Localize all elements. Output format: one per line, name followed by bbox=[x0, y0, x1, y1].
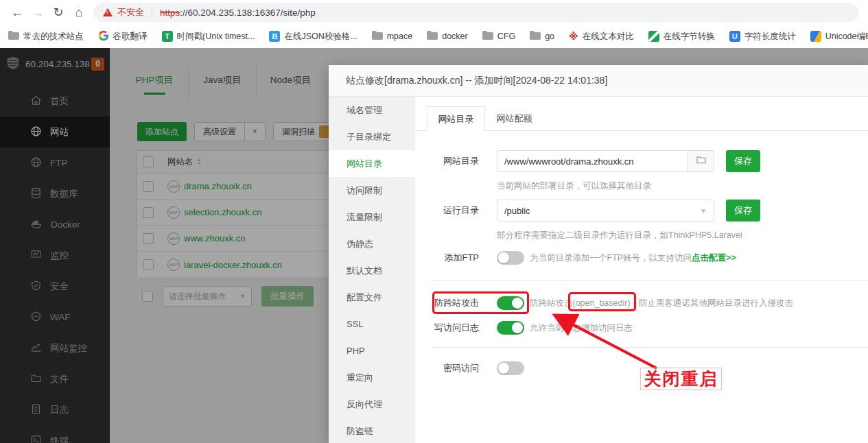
bookmark-json-validator[interactable]: B在线JSON校验格... bbox=[269, 31, 357, 43]
google-icon bbox=[98, 30, 109, 43]
save-site-dir-button[interactable]: 保存 bbox=[726, 150, 760, 172]
menu-item-traffic-limit[interactable]: 流量限制 bbox=[329, 204, 415, 230]
menu-item-rewrite[interactable]: 伪静态 bbox=[329, 230, 415, 257]
divider bbox=[432, 347, 868, 348]
chevron-down-icon: ▼ bbox=[700, 207, 707, 215]
site-dir-help: 当前网站的部署目录，可以选择其他目录 bbox=[497, 180, 868, 192]
bookmarks-bar: 常去的技术站点 谷歌翻译 T时间戳(Unix timest... B在线JSON… bbox=[0, 25, 868, 48]
access-log-toggle[interactable] bbox=[497, 321, 524, 335]
forward-icon[interactable]: → bbox=[27, 5, 48, 20]
bookmark-unicode-convert[interactable]: Unicode编码转换 bbox=[810, 31, 868, 43]
bookmark-google-translate[interactable]: 谷歌翻译 bbox=[98, 30, 148, 43]
url-text: https://60.204.235.138:16367/site/php bbox=[160, 8, 316, 18]
bookmark-go[interactable]: go bbox=[530, 31, 554, 42]
timestamp-icon: T bbox=[162, 31, 173, 42]
bookmark-cfg[interactable]: CFG bbox=[482, 31, 515, 42]
tab-site-quota[interactable]: 网站配额 bbox=[485, 106, 543, 130]
access-log-row: 写访问日志 允许当前日志增加访问日志 bbox=[432, 319, 868, 337]
address-separator bbox=[152, 7, 152, 18]
bookmark-timestamp[interactable]: T时间戳(Unix timest... bbox=[162, 31, 255, 43]
cross-site-row: 防跨站攻击 防跨站攻击(open_basedir)，防止黑客通诺其他网站目录进行… bbox=[432, 293, 868, 313]
run-dir-select[interactable]: /public ▼ bbox=[497, 200, 714, 222]
menu-item-access-limit[interactable]: 访问限制 bbox=[329, 177, 415, 204]
add-ftp-help: 为当前目录添加一个FTP账号，以支持访问点击配置>> bbox=[530, 252, 736, 264]
browser-chrome: ← → ↻ ⌂ 不安全 https://60.204.235.138:16367… bbox=[0, 0, 868, 48]
annotation-text: 关闭重启 bbox=[640, 368, 722, 390]
site-dir-input-group bbox=[497, 150, 714, 172]
menu-item-config-file[interactable]: 配置文件 bbox=[329, 284, 415, 311]
divider bbox=[432, 280, 868, 281]
unicode-icon bbox=[810, 31, 821, 42]
access-log-help: 允许当前日志增加访问日志 bbox=[530, 322, 633, 334]
folder-icon bbox=[482, 31, 493, 42]
password-toggle[interactable] bbox=[497, 361, 524, 375]
add-ftp-label: 添加FTP bbox=[432, 252, 479, 264]
page: 60.204.235.138 0 首页 网站 FTP 数据库 Docker 监控… bbox=[0, 48, 868, 443]
menu-item-domain[interactable]: 域名管理 bbox=[329, 97, 415, 123]
bookmark-text-compare[interactable]: ※在线文本对比 bbox=[569, 31, 634, 43]
security-warning-label: 不安全 bbox=[117, 6, 144, 19]
bookmark-mpace[interactable]: mpace bbox=[372, 31, 413, 42]
security-warning-icon bbox=[103, 8, 113, 16]
run-dir-help: 部分程序需要指定二级目录作为运行目录，如ThinkPHP5,Laravel bbox=[497, 230, 868, 241]
browser-toolbar: ← → ↻ ⌂ 不安全 https://60.204.235.138:16367… bbox=[0, 0, 868, 25]
access-log-label: 写访问日志 bbox=[432, 322, 479, 334]
site-dir-row: 网站目录 保存 bbox=[432, 150, 868, 172]
home-icon[interactable]: ⌂ bbox=[69, 5, 89, 20]
menu-item-reverse-proxy[interactable]: 反向代理 bbox=[329, 391, 415, 418]
wrench-icon bbox=[648, 31, 659, 42]
reload-icon[interactable]: ↻ bbox=[48, 5, 69, 20]
folder-icon bbox=[696, 154, 707, 168]
cross-site-help: 防跨站攻击(open_basedir)，防止黑客通诺其他网站目录进行入侵攻击 bbox=[530, 298, 793, 309]
bookmark-byte-convert[interactable]: 在线字节转换 bbox=[648, 31, 715, 43]
browse-folder-button[interactable] bbox=[688, 151, 714, 171]
bookmark-docker[interactable]: docker bbox=[427, 31, 468, 42]
bookmark-char-count[interactable]: U字符长度统计 bbox=[729, 31, 796, 43]
char-count-icon: U bbox=[729, 31, 740, 42]
site-dir-label: 网站目录 bbox=[432, 155, 479, 167]
menu-item-hotlink[interactable]: 防盗链 bbox=[329, 418, 415, 443]
dialog-menu: 域名管理 子目录绑定 网站目录 访问限制 流量限制 伪静态 默认文档 配置文件 … bbox=[329, 97, 415, 443]
save-run-dir-button[interactable]: 保存 bbox=[726, 200, 760, 222]
folder-icon bbox=[530, 31, 541, 42]
add-ftp-row: 添加FTP 为当前目录添加一个FTP账号，以支持访问点击配置>> bbox=[432, 251, 868, 265]
address-bar[interactable]: 不安全 https://60.204.235.138:16367/site/ph… bbox=[93, 3, 858, 22]
dialog-title: 站点修改[drama.zhouxk.cn] -- 添加时间[2024-08-22… bbox=[329, 65, 868, 97]
cross-site-toggle[interactable] bbox=[497, 296, 524, 310]
folder-icon bbox=[372, 31, 383, 42]
open-basedir-text: (open_basedir)， bbox=[573, 298, 640, 308]
menu-item-php[interactable]: PHP bbox=[329, 337, 415, 364]
url-rest: ://60.204.235.138:16367/site/php bbox=[180, 8, 315, 18]
site-edit-dialog: 站点修改[drama.zhouxk.cn] -- 添加时间[2024-08-22… bbox=[329, 65, 868, 443]
site-dir-input[interactable] bbox=[497, 151, 688, 171]
menu-item-subdir[interactable]: 子目录绑定 bbox=[329, 123, 415, 150]
menu-item-redirect[interactable]: 重定向 bbox=[329, 364, 415, 391]
folder-icon bbox=[8, 31, 19, 42]
cross-site-label: 防跨站攻击 bbox=[432, 297, 479, 309]
add-ftp-toggle[interactable] bbox=[497, 251, 524, 265]
run-dir-label: 运行目录 bbox=[432, 204, 479, 217]
url-scheme: https bbox=[160, 8, 180, 18]
dialog-tabs: 网站目录 网站配额 bbox=[415, 106, 868, 131]
bookmark-tech-sites[interactable]: 常去的技术站点 bbox=[8, 31, 84, 43]
menu-item-ssl[interactable]: SSL bbox=[329, 311, 415, 337]
dialog-content: 网站目录 网站配额 网站目录 保存 当前网站的部署目录，可以选择其他目录 运行目… bbox=[415, 97, 868, 443]
menu-item-default-doc[interactable]: 默认文档 bbox=[329, 257, 415, 284]
menu-item-site-dir[interactable]: 网站目录 bbox=[329, 150, 415, 177]
ftp-config-link[interactable]: 点击配置>> bbox=[692, 253, 736, 263]
folder-icon bbox=[427, 31, 438, 42]
password-label: 密码访问 bbox=[432, 362, 479, 374]
text-compare-icon: ※ bbox=[569, 31, 578, 42]
tab-site-directory[interactable]: 网站目录 bbox=[427, 106, 485, 131]
run-dir-row: 运行目录 /public ▼ 保存 bbox=[432, 200, 868, 222]
back-icon[interactable]: ← bbox=[7, 5, 27, 20]
json-icon: B bbox=[269, 31, 280, 42]
